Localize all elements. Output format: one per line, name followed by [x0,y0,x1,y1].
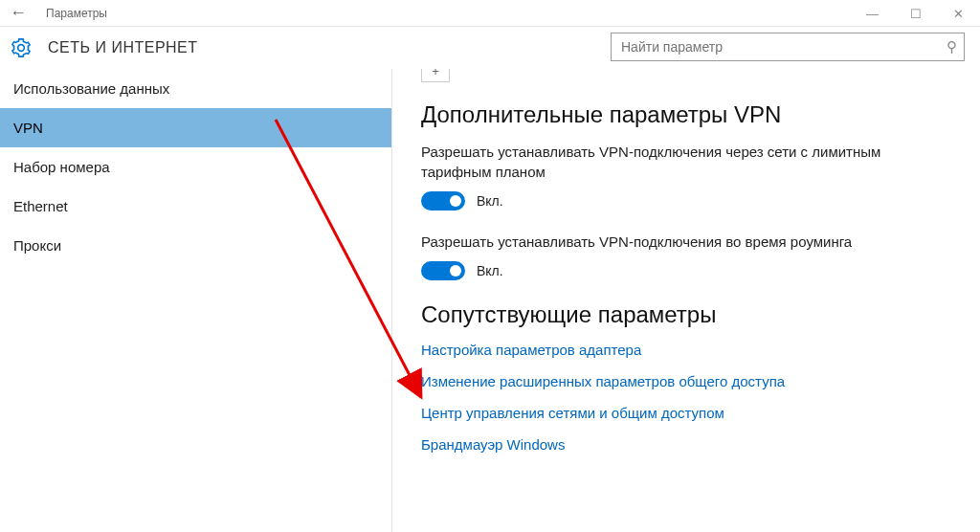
search-input[interactable] [611,33,965,61]
sidebar: Использование данных VPN Набор номера Et… [0,69,392,532]
metered-label: Разрешать устанавливать VPN-подключения … [421,142,951,182]
back-arrow-icon[interactable]: ← [10,3,27,23]
advanced-vpn-heading: Дополнительные параметры VPN [421,101,951,128]
sidebar-item-dialup[interactable]: Набор номера [0,147,391,187]
content-panel: + Дополнительные параметры VPN Разрешать… [392,69,980,532]
close-button[interactable]: ✕ [937,0,980,27]
window-title: Параметры [46,7,107,20]
metered-toggle-state: Вкл. [477,193,503,209]
roaming-toggle-state: Вкл. [477,263,503,278]
page-title: СЕТЬ И ИНТЕРНЕТ [48,39,198,56]
maximize-button[interactable]: ☐ [894,0,937,27]
sidebar-item-ethernet[interactable]: Ethernet [0,187,391,226]
link-adapter-settings[interactable]: Настройка параметров адаптера [421,342,951,358]
related-heading: Сопутствующие параметры [421,301,951,328]
sidebar-item-data-usage[interactable]: Использование данных [0,69,391,108]
roaming-toggle-row: Вкл. [421,261,951,280]
link-network-center[interactable]: Центр управления сетями и общим доступом [421,405,951,421]
window-controls: — ☐ ✕ [851,0,980,27]
add-vpn-button-cut[interactable]: + [421,69,450,82]
minimize-button[interactable]: — [851,0,894,27]
gear-icon[interactable] [11,38,31,57]
titlebar: ← Параметры — ☐ ✕ [0,0,980,27]
sidebar-item-proxy[interactable]: Прокси [0,226,391,265]
roaming-label: Разрешать устанавливать VPN-подключения … [421,232,951,252]
header: СЕТЬ И ИНТЕРНЕТ ⚲ [0,27,980,69]
roaming-toggle[interactable] [421,261,465,280]
link-firewall[interactable]: Брандмауэр Windows [421,436,951,453]
search-icon[interactable]: ⚲ [947,38,957,55]
metered-toggle-row: Вкл. [421,191,951,211]
sidebar-item-vpn[interactable]: VPN [0,108,391,147]
metered-toggle[interactable] [421,191,465,211]
search-container: ⚲ [611,33,965,61]
link-advanced-sharing[interactable]: Изменение расширенных параметров общего … [421,373,951,389]
